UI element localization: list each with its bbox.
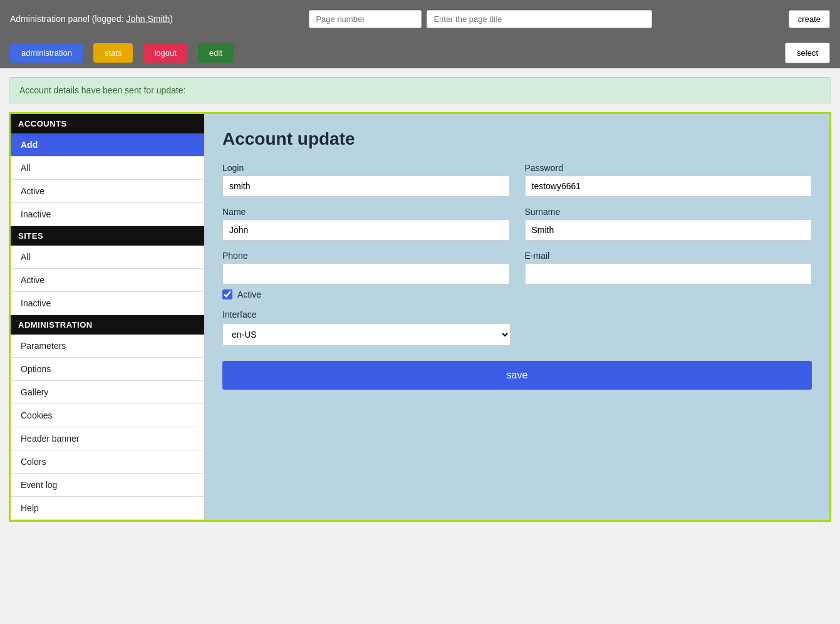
edit-button[interactable]: edit	[198, 43, 234, 63]
sidebar-item-colors[interactable]: Colors	[11, 450, 204, 474]
email-label: E-mail	[525, 251, 812, 261]
login-group: Login	[222, 163, 510, 197]
sidebar-item-header-banner[interactable]: Header banner	[11, 427, 204, 450]
form-grid: Login Password Name Surname Phone	[222, 163, 812, 284]
interface-select[interactable]: en-US pl-PL de-DE	[222, 323, 511, 346]
sidebar-item-accounts-active[interactable]: Active	[11, 180, 204, 203]
name-label: Name	[222, 207, 510, 217]
password-group: Password	[525, 163, 812, 197]
sidebar-item-help[interactable]: Help	[11, 497, 204, 520]
sidebar-item-options[interactable]: Options	[11, 358, 204, 381]
active-label: Active	[237, 289, 261, 299]
sidebar-item-parameters[interactable]: Parameters	[11, 335, 204, 358]
phone-label: Phone	[222, 251, 510, 261]
user-link[interactable]: John Smith	[126, 14, 170, 24]
page-title-input[interactable]	[427, 10, 652, 28]
page-title: Account update	[222, 129, 812, 149]
sidebar-item-event-log[interactable]: Event log	[11, 474, 204, 497]
header-inputs	[180, 10, 781, 28]
create-button[interactable]: create	[789, 10, 830, 28]
name-group: Name	[222, 207, 510, 241]
sidebar-item-sites-all[interactable]: All	[11, 246, 204, 269]
main-wrapper: ACCOUNTS Add All Active Inactive SITES A…	[9, 112, 831, 522]
sidebar-item-accounts-inactive[interactable]: Inactive	[11, 203, 204, 226]
sidebar-item-gallery[interactable]: Gallery	[11, 381, 204, 404]
surname-label: Surname	[525, 207, 812, 217]
sidebar-item-accounts-all[interactable]: All	[11, 157, 204, 180]
surname-group: Surname	[525, 207, 812, 241]
active-checkbox[interactable]	[222, 289, 232, 299]
sites-section-header: SITES	[11, 226, 204, 246]
header-title: Administration panel (logged: John Smith…	[10, 14, 173, 24]
email-group: E-mail	[525, 251, 812, 284]
sidebar: ACCOUNTS Add All Active Inactive SITES A…	[11, 114, 205, 520]
active-row: Active	[222, 289, 812, 299]
password-input[interactable]	[525, 175, 812, 197]
login-input[interactable]	[222, 175, 510, 197]
sidebar-item-sites-active[interactable]: Active	[11, 269, 204, 292]
success-alert: Account details have been sent for updat…	[9, 77, 831, 103]
sidebar-item-sites-inactive[interactable]: Inactive	[11, 292, 204, 315]
administration-section-header: ADMINISTRATION	[11, 315, 204, 335]
login-label: Login	[222, 163, 510, 173]
sidebar-item-cookies[interactable]: Cookies	[11, 404, 204, 427]
phone-input[interactable]	[222, 263, 510, 284]
interface-section: Interface en-US pl-PL de-DE	[222, 309, 812, 346]
stats-button[interactable]: stats	[93, 43, 133, 63]
phone-group: Phone	[222, 251, 510, 284]
surname-input[interactable]	[525, 219, 812, 241]
logout-button[interactable]: logout	[143, 43, 187, 63]
save-button[interactable]: save	[222, 361, 812, 390]
email-input[interactable]	[525, 263, 812, 284]
name-input[interactable]	[222, 219, 510, 241]
page-number-input[interactable]	[309, 10, 422, 28]
password-label: Password	[525, 163, 812, 173]
accounts-section-header: ACCOUNTS	[11, 114, 204, 133]
sidebar-item-add[interactable]: Add	[11, 133, 204, 157]
header-nav: administration stats logout edit select	[0, 38, 840, 68]
content-area: Account update Login Password Name Surna…	[205, 114, 829, 520]
select-button[interactable]: select	[785, 43, 830, 63]
administration-button[interactable]: administration	[10, 43, 83, 63]
interface-label: Interface	[222, 309, 812, 320]
